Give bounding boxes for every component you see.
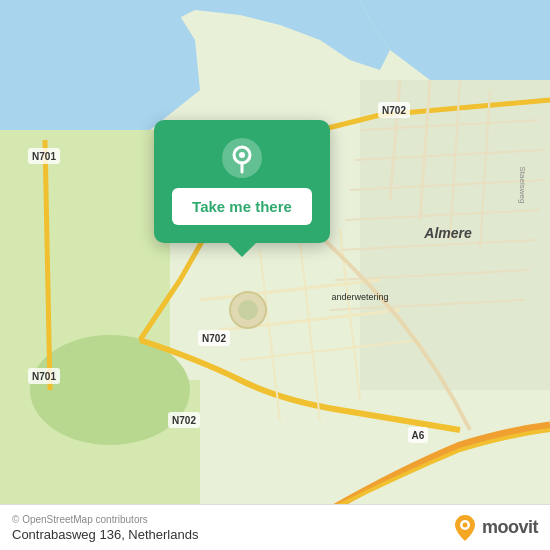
svg-text:N701: N701 (32, 151, 56, 162)
svg-text:N702: N702 (172, 415, 196, 426)
map-container: N701 N702 N702 N702 N701 A6 Almere ander… (0, 0, 550, 550)
svg-point-55 (462, 522, 467, 527)
bottom-bar: © OpenStreetMap contributors Contrabaswe… (0, 504, 550, 550)
svg-text:Staelsweg: Staelsweg (518, 167, 527, 204)
moovit-logo: moovit (452, 513, 538, 543)
moovit-text: moovit (482, 517, 538, 538)
take-me-there-button[interactable]: Take me there (172, 188, 312, 225)
svg-text:anderwetering: anderwetering (331, 292, 388, 302)
svg-text:N701: N701 (32, 371, 56, 382)
location-pin-icon (220, 136, 264, 180)
popup-card: Take me there (154, 120, 330, 243)
svg-text:Almere: Almere (423, 225, 472, 241)
svg-point-33 (238, 300, 258, 320)
moovit-pin-icon (452, 513, 478, 543)
svg-text:A6: A6 (412, 430, 425, 441)
map-background: N701 N702 N702 N702 N701 A6 Almere ander… (0, 0, 550, 510)
map-attribution: © OpenStreetMap contributors (12, 514, 198, 525)
address-label: Contrabasweg 136, Netherlands (12, 527, 198, 542)
svg-text:N702: N702 (202, 333, 226, 344)
svg-text:N702: N702 (382, 105, 406, 116)
svg-point-53 (239, 152, 245, 158)
svg-rect-31 (155, 0, 163, 80)
